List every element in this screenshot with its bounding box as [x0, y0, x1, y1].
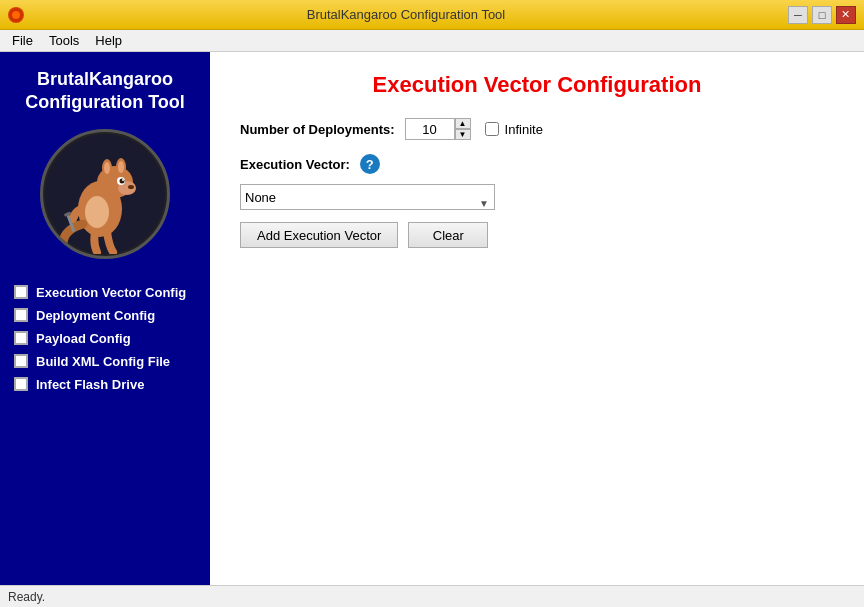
nav-label-deployment: Deployment Config	[36, 308, 155, 323]
deployments-label: Number of Deployments:	[240, 122, 395, 137]
svg-point-10	[128, 185, 134, 189]
deployments-row: Number of Deployments: ▲ ▼ Infinite	[240, 118, 834, 140]
add-execution-vector-button[interactable]: Add Execution Vector	[240, 222, 398, 248]
close-button[interactable]: ✕	[836, 6, 856, 24]
restore-button[interactable]: □	[812, 6, 832, 24]
svg-point-12	[120, 178, 125, 183]
deployments-input[interactable]	[405, 118, 455, 140]
menu-tools[interactable]: Tools	[41, 31, 87, 50]
infinite-row: Infinite	[485, 122, 543, 137]
nav-checkbox-execution	[14, 285, 28, 299]
svg-point-8	[118, 161, 124, 173]
nav-checkbox-payload	[14, 331, 28, 345]
content-panel: Execution Vector Configuration Number of…	[210, 52, 864, 585]
clear-button[interactable]: Clear	[408, 222, 488, 248]
nav-label-payload: Payload Config	[36, 331, 131, 346]
execution-vector-label: Execution Vector:	[240, 157, 350, 172]
page-title: Execution Vector Configuration	[240, 72, 834, 98]
menubar: File Tools Help	[0, 30, 864, 52]
statusbar: Ready.	[0, 585, 864, 607]
svg-point-13	[122, 179, 124, 181]
execution-vector-dropdown[interactable]: None	[240, 184, 495, 210]
infinite-label: Infinite	[505, 122, 543, 137]
spinner-up-button[interactable]: ▲	[455, 118, 471, 129]
menu-file[interactable]: File	[4, 31, 41, 50]
svg-point-14	[85, 196, 109, 228]
nav-label-infect-flash: Infect Flash Drive	[36, 377, 144, 392]
nav-infect-flash[interactable]: Infect Flash Drive	[12, 373, 198, 396]
app-icon	[8, 7, 24, 23]
svg-point-6	[104, 162, 110, 174]
action-buttons-row: Add Execution Vector Clear	[240, 222, 834, 248]
nav-deployment-config[interactable]: Deployment Config	[12, 304, 198, 327]
sidebar-nav: Execution Vector Config Deployment Confi…	[12, 281, 198, 396]
sidebar: BrutalKangarooConfiguration Tool	[0, 52, 210, 585]
minimize-button[interactable]: ─	[788, 6, 808, 24]
nav-payload-config[interactable]: Payload Config	[12, 327, 198, 350]
window-controls: ─ □ ✕	[788, 6, 856, 24]
deployments-spinner: ▲ ▼	[455, 118, 471, 140]
avatar	[40, 129, 170, 259]
nav-label-execution: Execution Vector Config	[36, 285, 186, 300]
main-container: BrutalKangarooConfiguration Tool	[0, 52, 864, 585]
nav-checkbox-infect-flash	[14, 377, 28, 391]
nav-checkbox-deployment	[14, 308, 28, 322]
titlebar: BrutalKangaroo Configuration Tool ─ □ ✕	[0, 0, 864, 30]
status-text: Ready.	[8, 590, 45, 604]
spinner-down-button[interactable]: ▼	[455, 129, 471, 140]
infinite-checkbox[interactable]	[485, 122, 499, 136]
window-title: BrutalKangaroo Configuration Tool	[307, 7, 506, 22]
dropdown-wrapper: None	[240, 184, 495, 222]
help-button[interactable]: ?	[360, 154, 380, 174]
nav-label-build-xml: Build XML Config File	[36, 354, 170, 369]
menu-help[interactable]: Help	[87, 31, 130, 50]
deployments-input-group: ▲ ▼	[405, 118, 471, 140]
sidebar-title: BrutalKangarooConfiguration Tool	[25, 68, 185, 115]
nav-build-xml[interactable]: Build XML Config File	[12, 350, 198, 373]
execution-vector-row: Execution Vector: ?	[240, 154, 834, 174]
svg-point-1	[12, 11, 20, 19]
nav-checkbox-build-xml	[14, 354, 28, 368]
nav-execution-vector[interactable]: Execution Vector Config	[12, 281, 198, 304]
